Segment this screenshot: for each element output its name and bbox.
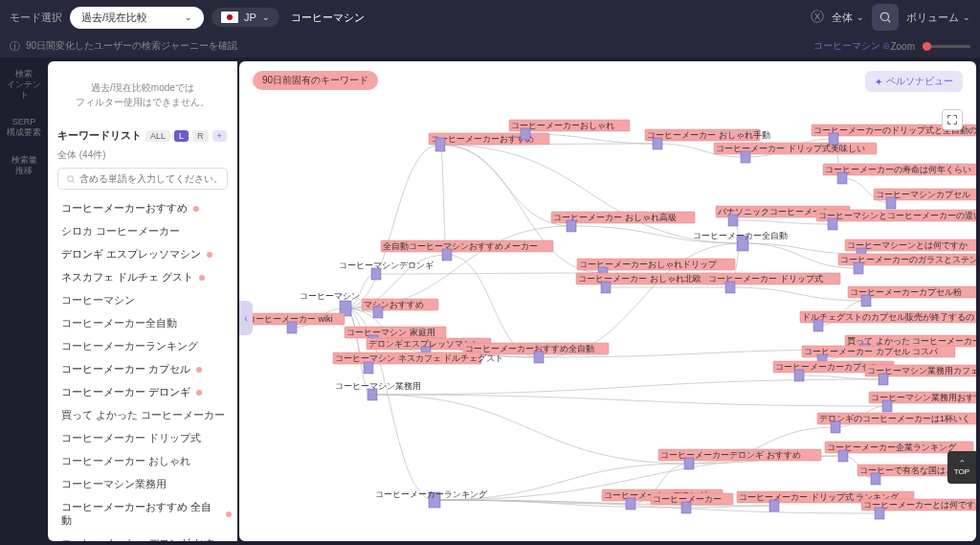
graph-edge: [440, 145, 743, 243]
svg-rect-90: [794, 370, 804, 381]
search-icon: [879, 11, 892, 24]
graph-node[interactable]: デロンギのコーヒーメーカーは1杯いく: [817, 413, 976, 433]
keyword-item[interactable]: コーヒーメーカーおすすめ 全自動: [57, 496, 235, 533]
scroll-top-button[interactable]: ⌃ TOP: [947, 451, 976, 484]
svg-rect-54: [601, 282, 611, 293]
keyword-item[interactable]: コーヒーメーカー ドリップ式: [57, 427, 235, 450]
graph-node[interactable]: マシンおすすめ: [362, 299, 438, 318]
header-right: ⓧ 全体 ⌄ ボリューム ⌄: [811, 4, 970, 31]
leftnav-item[interactable]: 検索インテント: [4, 69, 44, 100]
graph-node[interactable]: コーヒーマシンとコーヒーメーカーの違い: [816, 210, 976, 230]
search-button[interactable]: [872, 4, 899, 31]
svg-text:コーヒーメーカー全自動: コーヒーメーカー全自動: [693, 231, 788, 240]
svg-text:ドルチェグストのカプセル販売が終了するの: ドルチェグストのカプセル販売が終了するの: [802, 312, 974, 322]
zoom-label: Zoom: [890, 41, 915, 52]
collapse-sidebar-button[interactable]: ‹: [239, 301, 253, 335]
graph-node[interactable]: コーヒーメーカー wiki: [245, 313, 345, 333]
keyword-item[interactable]: シロカ コーヒーメーカー: [57, 220, 235, 243]
svg-rect-26: [886, 197, 896, 209]
graph-node[interactable]: コーヒーメーカーおしゃれ: [509, 120, 630, 140]
badge-plus[interactable]: +: [212, 130, 227, 142]
keyword-item[interactable]: コーヒーメーカー おしゃれ: [57, 450, 235, 473]
sort-select[interactable]: ボリューム ⌄: [906, 11, 970, 25]
badge-l[interactable]: L: [174, 130, 189, 142]
fullscreen-button[interactable]: [942, 109, 963, 130]
svg-text:コーヒーマシン 家庭用: コーヒーマシン 家庭用: [346, 328, 435, 337]
country-select[interactable]: JP ⌄: [212, 8, 279, 27]
graph-node[interactable]: コーヒーメーカー ドリップ式美味しい: [714, 143, 877, 163]
keyword-item[interactable]: コーヒーメーカー デロンギ おすすめ: [57, 533, 235, 541]
badge-r[interactable]: R: [192, 130, 209, 142]
svg-rect-17: [741, 151, 750, 163]
graph-edge: [686, 506, 774, 508]
keyword-item[interactable]: デロンギ エスプレッソマシン: [57, 243, 235, 266]
graph-node[interactable]: コーヒーメーカーのガラスとステンレスの違: [838, 254, 976, 274]
keyword-search-input[interactable]: [79, 173, 219, 184]
breadcrumb[interactable]: コーヒーマシン ⊙: [813, 39, 891, 53]
keyword-item[interactable]: コーヒーメーカー デロンギ: [57, 381, 235, 404]
graph-node[interactable]: コーヒーマシン ネスカフェ ドルチェグスト: [333, 352, 503, 374]
keyword-item[interactable]: コーヒーメーカー全自動: [57, 312, 235, 335]
graph-node[interactable]: コーヒーマシン業務用カフェ: [865, 365, 976, 385]
persona-view-button[interactable]: ✦ ペルソナビュー: [865, 71, 963, 92]
graph-canvas[interactable]: コーヒーマシンコーヒーメーカーおすすめコーヒーメーカーおしゃれコーヒーメーカー …: [239, 61, 976, 541]
graph-edge: [434, 500, 631, 504]
chevron-down-icon: ⌄: [262, 12, 270, 22]
svg-rect-78: [534, 352, 544, 363]
svg-text:コーヒーマシン ネスカフェ ドルチェグスト: コーヒーマシン ネスカフェ ドルチェグスト: [335, 353, 503, 363]
clear-icon[interactable]: ⓧ: [811, 9, 824, 26]
svg-rect-107: [838, 450, 848, 462]
graph-legend-chip: 90日前固有のキーワード: [253, 71, 378, 90]
graph-node[interactable]: コーヒーマシン業務用: [335, 381, 421, 400]
svg-rect-32: [828, 218, 837, 230]
svg-rect-93: [879, 374, 888, 385]
graph-area[interactable]: 90日前固有のキーワード ✦ ペルソナビュー ‹ ⌃ TOP コーヒーマシンコー…: [239, 61, 976, 541]
svg-text:コーヒーメーカー ドリップ式美味しい: コーヒーメーカー ドリップ式美味しい: [716, 144, 865, 153]
svg-text:コーヒーマシン業務用: コーヒーマシン業務用: [335, 381, 421, 391]
graph-node[interactable]: コーヒーメーカーカプセル粉: [848, 286, 976, 307]
graph-node[interactable]: コーヒーマシン: [300, 291, 360, 316]
graph-node[interactable]: コーヒーメーカーの寿命は何年くらい: [823, 164, 976, 184]
graph-node[interactable]: コーヒーメーカーとは何ですか: [861, 499, 976, 519]
keyword-item[interactable]: コーヒーマシン業務用: [57, 473, 235, 496]
keyword-list: コーヒーメーカーおすすめシロカ コーヒーメーカーデロンギ エスプレッソマシンネス…: [48, 197, 237, 541]
svg-line-1: [887, 19, 890, 22]
keyword-item[interactable]: コーヒーメーカーおすすめ: [57, 197, 235, 220]
keyword-item[interactable]: コーヒーメーカー カプセル: [57, 358, 235, 381]
svg-text:コーヒーメーカー おしゃれ北欧: コーヒーメーカー おしゃれ北欧: [578, 274, 702, 284]
svg-rect-101: [831, 421, 840, 433]
mode-label: モード選択: [10, 11, 62, 25]
keyword-item[interactable]: ネスカフェ ドルチェ グスト: [57, 266, 235, 289]
keyword-item[interactable]: コーヒーメーカーランキング: [57, 335, 235, 358]
svg-rect-35: [567, 220, 576, 232]
keyword-search[interactable]: [57, 168, 228, 190]
keyword-item[interactable]: コーヒーマシン: [57, 289, 235, 312]
graph-node[interactable]: コーヒーメーカーランキング: [375, 489, 488, 508]
svg-rect-66: [813, 320, 823, 331]
graph-node[interactable]: コーヒーマシン業務用おすすめ: [869, 392, 976, 412]
sort-value: ボリューム: [906, 11, 959, 25]
info-icon: ⓘ: [10, 39, 20, 54]
graph-edge: [376, 273, 603, 274]
svg-rect-20: [829, 133, 838, 145]
chevron-down-icon: ⌄: [857, 12, 864, 22]
graph-node[interactable]: コーヒーメーカーデロンギ おすすめ: [658, 449, 821, 469]
graph-node[interactable]: コーヒーメーカー おしゃれ北欧: [576, 273, 720, 293]
graph-node[interactable]: 全自動コーヒーマシンおすすめメーカー: [381, 240, 553, 261]
mode-select[interactable]: 過去/現在比較 ⌄: [70, 7, 204, 29]
graph-edge: [743, 243, 861, 254]
svg-rect-121: [769, 500, 779, 511]
scope-select[interactable]: 全体 ⌄: [832, 11, 864, 25]
badge-all[interactable]: ALL: [145, 130, 170, 142]
keyword-item[interactable]: 買って よかった コーヒーメーカー: [57, 404, 235, 427]
graph-node[interactable]: ドルチェグストのカプセル販売が終了するの: [800, 311, 976, 331]
zoom-slider[interactable]: [923, 45, 970, 48]
svg-rect-43: [854, 262, 863, 274]
svg-point-0: [880, 12, 888, 20]
graph-node[interactable]: コーヒーマシンカプセル: [874, 189, 976, 209]
graph-node[interactable]: コーヒーマシンデロンギ: [339, 261, 434, 280]
leftnav-item[interactable]: SERP構成要素: [4, 117, 44, 138]
leftnav-item[interactable]: 検索量推移: [4, 155, 44, 176]
pink-dot-icon: [196, 367, 202, 373]
svg-rect-14: [653, 138, 662, 149]
